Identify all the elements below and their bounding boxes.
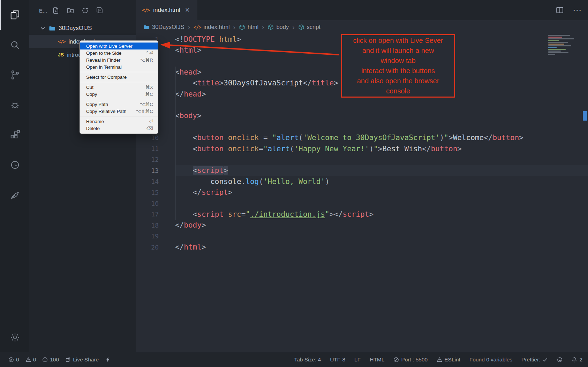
menu-separator bbox=[80, 116, 158, 116]
more-actions-icon[interactable]: ⋯ bbox=[573, 6, 580, 14]
minimap[interactable] bbox=[548, 35, 580, 55]
status-notifications[interactable]: 2 bbox=[572, 357, 582, 363]
menu-item-select-for-compare[interactable]: Select for Compare bbox=[80, 74, 158, 81]
pen-icon[interactable] bbox=[0, 180, 29, 210]
collapse-all-icon[interactable] bbox=[96, 7, 103, 14]
status-label: 0 bbox=[33, 357, 36, 363]
menu-item-shortcut: ⌥⌘C bbox=[140, 101, 153, 107]
tree-folder-root[interactable]: 30DaysOfJS bbox=[29, 22, 136, 35]
overview-ruler-marker bbox=[583, 111, 587, 121]
status-label: 100 bbox=[50, 357, 59, 363]
minimap-line bbox=[548, 35, 570, 36]
lightning-icon bbox=[105, 357, 111, 362]
menu-item-shortcut: ⏎ bbox=[149, 118, 153, 124]
warning-icon bbox=[25, 357, 31, 362]
tab-label: index.html bbox=[153, 7, 180, 14]
status-info-count[interactable]: 100 bbox=[42, 357, 59, 363]
menu-item-rename[interactable]: Rename⏎ bbox=[80, 118, 158, 125]
line-number: 15 bbox=[136, 189, 159, 196]
menu-item-open-with-live-server[interactable]: Open with Live Server bbox=[80, 43, 158, 49]
close-icon[interactable]: × bbox=[184, 6, 191, 15]
breadcrumb-item-index-html[interactable]: </>index.html bbox=[194, 24, 230, 30]
line-number: 12 bbox=[136, 156, 159, 163]
code-text: <!DOCTYPE html> bbox=[159, 35, 241, 44]
annotation-line: window tab bbox=[342, 56, 454, 66]
status-language-mode[interactable]: HTML bbox=[370, 357, 384, 363]
code-text: <button onclick="alert('Happy New Year!'… bbox=[159, 145, 462, 153]
new-folder-icon[interactable] bbox=[67, 7, 74, 14]
status-variables[interactable]: Found 0 variables bbox=[469, 357, 512, 363]
code-text: </script> bbox=[159, 188, 232, 197]
code-line-20: 20</html> bbox=[136, 242, 588, 252]
line-number: 13 bbox=[136, 167, 159, 174]
line-number: 18 bbox=[136, 222, 159, 229]
status-feedback[interactable] bbox=[557, 357, 563, 362]
status-errors[interactable]: 0 bbox=[8, 357, 19, 363]
breadcrumb-item-script[interactable]: script bbox=[298, 24, 321, 30]
refresh-icon[interactable] bbox=[82, 7, 89, 14]
menu-item-copy[interactable]: Copy⌘C bbox=[80, 91, 158, 98]
minimap-line bbox=[548, 38, 574, 39]
status-label: Port : 5500 bbox=[401, 357, 428, 363]
code-line-19: 19 bbox=[136, 231, 588, 242]
indent-guide bbox=[175, 67, 176, 220]
status-label: Tab Size: 4 bbox=[294, 357, 321, 363]
status-live-share[interactable]: Live Share bbox=[65, 357, 99, 363]
menu-item-delete[interactable]: Delete⌫ bbox=[80, 125, 158, 132]
status-warnings[interactable]: 0 bbox=[25, 357, 36, 363]
code-line-11: 11 <button onclick="alert('Happy New Yea… bbox=[136, 143, 588, 154]
status-quick-action[interactable] bbox=[105, 357, 111, 362]
new-file-icon[interactable] bbox=[52, 7, 59, 14]
menu-item-copy-relative-path[interactable]: Copy Relative Path⌥⇧⌘C bbox=[80, 108, 158, 115]
run-debug-icon[interactable] bbox=[0, 90, 29, 120]
history-icon[interactable] bbox=[0, 150, 29, 180]
menu-item-label: Open to the Side bbox=[86, 51, 141, 56]
status-eol[interactable]: LF bbox=[354, 357, 361, 363]
folder-icon bbox=[49, 25, 55, 32]
breadcrumb-label: html bbox=[248, 24, 258, 30]
line-number: 16 bbox=[136, 200, 159, 207]
menu-item-open-in-terminal[interactable]: Open in Terminal bbox=[80, 63, 158, 70]
vscode-window: E... 30DaysOfJS </>index.htmlJSintroduct… bbox=[0, 0, 588, 367]
menu-item-label: Open with Live Server bbox=[86, 44, 149, 49]
extensions-icon[interactable] bbox=[0, 120, 29, 150]
breadcrumb-item-html[interactable]: html bbox=[239, 24, 258, 30]
minimap-line bbox=[548, 49, 566, 50]
menu-separator bbox=[80, 72, 158, 72]
breadcrumb-item-body[interactable]: body bbox=[267, 24, 289, 30]
status-encoding[interactable]: UTF-8 bbox=[330, 357, 345, 363]
menu-item-copy-path[interactable]: Copy Path⌥⌘C bbox=[80, 101, 158, 108]
status-label: Found 0 variables bbox=[469, 357, 512, 363]
explorer-icon[interactable] bbox=[0, 0, 29, 30]
annotation-line: console bbox=[342, 86, 454, 96]
status-label: HTML bbox=[370, 357, 384, 363]
minimap-line bbox=[548, 37, 562, 38]
search-icon[interactable] bbox=[0, 30, 29, 60]
status-live-server-port[interactable]: Port : 5500 bbox=[393, 357, 428, 363]
minimap-line bbox=[548, 42, 568, 43]
cube-icon bbox=[267, 24, 274, 30]
split-editor-icon[interactable] bbox=[556, 6, 564, 14]
source-control-icon[interactable] bbox=[0, 60, 29, 90]
status-prettier[interactable]: Prettier: bbox=[521, 357, 548, 363]
status-tab-size[interactable]: Tab Size: 4 bbox=[294, 357, 321, 363]
warning-icon bbox=[437, 357, 442, 362]
menu-separator bbox=[80, 82, 158, 82]
annotation-box: click on open with Live Severand it will… bbox=[341, 34, 455, 98]
circle-slash-icon bbox=[393, 357, 399, 362]
tab-index-html[interactable]: </> index.html × bbox=[136, 0, 197, 20]
settings-icon[interactable] bbox=[0, 322, 29, 352]
breadcrumb-item-30daysofjs[interactable]: 30DaysOfJS bbox=[143, 24, 184, 30]
code-text: </head> bbox=[159, 90, 206, 98]
status-eslint[interactable]: ESLint bbox=[437, 357, 460, 363]
menu-item-label: Reveal in Finder bbox=[86, 58, 135, 63]
menu-item-open-to-the-side[interactable]: Open to the Side⌃⏎ bbox=[80, 49, 158, 56]
breadcrumb-label: 30DaysOfJS bbox=[152, 24, 184, 30]
breadcrumb: 30DaysOfJS›</>index.html›html›body›scrip… bbox=[136, 20, 588, 34]
minimap-line bbox=[548, 47, 557, 48]
menu-item-cut[interactable]: Cut⌘X bbox=[80, 84, 158, 91]
menu-item-reveal-in-finder[interactable]: Reveal in Finder⌥⌘R bbox=[80, 56, 158, 63]
error-icon bbox=[8, 357, 14, 362]
cube-icon bbox=[239, 24, 245, 30]
code-text: console.log('Hello, World') bbox=[159, 177, 330, 186]
